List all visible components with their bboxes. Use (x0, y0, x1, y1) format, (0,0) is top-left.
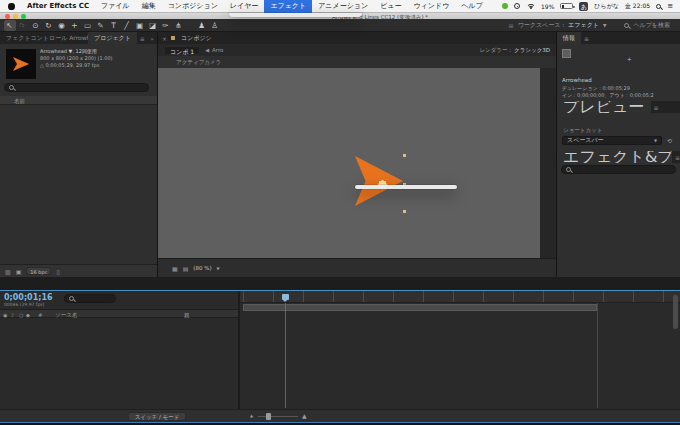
comp-tab-next[interactable]: Arro (212, 47, 223, 53)
tab-composition[interactable]: コンポジシ (175, 32, 218, 44)
eye-column-icon[interactable]: ◉ (3, 312, 7, 318)
timeline-search-input[interactable] (64, 294, 116, 303)
control-center-icon[interactable]: ≡ (667, 2, 673, 10)
tab-project[interactable]: プロジェクト (88, 32, 137, 44)
character-tool-alt[interactable]: ♙ (209, 20, 221, 31)
project-panel: フェクトコントロール Arrowhead プロジェクト ≡ » Arrowhea… (0, 32, 157, 277)
zoom-slider-thumb[interactable] (266, 413, 271, 420)
frame-info: 00046 (29.97 fps) (4, 302, 44, 307)
minimize-window-button[interactable] (13, 14, 18, 19)
zoom-window-button[interactable] (21, 14, 26, 19)
tool-strip-extra: ♟♙ (195, 20, 221, 31)
menubar-item-3[interactable]: コンポジション (162, 0, 224, 13)
renderer-value[interactable]: クラシック3D (514, 47, 550, 54)
close-panel-icon[interactable]: × (162, 35, 167, 42)
grid-options-icon[interactable]: ▤ (183, 265, 189, 272)
shape-tool[interactable]: ▭ (82, 20, 94, 31)
puppet-tool[interactable]: ⋔ (173, 20, 185, 31)
zoom-out-mountain-icon[interactable]: ▲ (250, 413, 253, 418)
eraser-tool[interactable]: ◪ (147, 20, 159, 31)
always-preview-icon[interactable]: ▦ (172, 265, 178, 272)
zoom-slider-track[interactable] (258, 416, 298, 417)
composition-viewer[interactable] (158, 68, 540, 258)
menubar-item-9[interactable]: ヘルプ (455, 0, 489, 13)
magnification-value[interactable]: (80 %) (193, 265, 211, 271)
pan-behind-tool[interactable]: + (69, 20, 81, 31)
column-header-name[interactable]: 名前 (14, 98, 25, 105)
tab-info[interactable]: 情報 (557, 32, 581, 44)
work-area-bar[interactable] (243, 304, 597, 311)
panel-menu-icon[interactable]: ≡ (584, 35, 589, 42)
menubar-item-2[interactable]: 編集 (136, 0, 162, 13)
ime-input-icon[interactable]: あ (579, 2, 588, 11)
effects-search-input[interactable] (561, 165, 676, 174)
status-green-icon[interactable] (502, 3, 508, 9)
character-tool[interactable]: ♟ (196, 20, 208, 31)
project-search-input[interactable] (4, 83, 149, 92)
pen-tool[interactable]: ✎ (95, 20, 107, 31)
solo-column-icon[interactable]: ○ (19, 312, 23, 318)
menubar-item-4[interactable]: レイヤー (224, 0, 265, 13)
line-tool[interactable]: ╱ (121, 20, 133, 31)
type-tool[interactable]: T (108, 20, 120, 31)
playhead-line (285, 303, 286, 408)
tab-effect-controls[interactable]: フェクトコントロール Arrowhead (0, 32, 88, 44)
help-search[interactable]: ヘルプを検索 (624, 21, 670, 30)
timeline-panel: 0;00;01;16 00046 (29.97 fps) ◉ ♪ ○ ◆ # ソ… (0, 290, 680, 423)
panel-menu-icon[interactable]: ≡ (140, 35, 145, 42)
zoom-in-mountain-icon[interactable]: ▲ (302, 412, 307, 419)
tab-effects-presets[interactable]: エフェクト&プリセット (557, 151, 672, 163)
bit-depth-button[interactable]: 16 bpc (26, 267, 51, 275)
workspace-switcher[interactable]: ⊞ ワークスペース : エフェクト ▼ (509, 21, 607, 30)
timeline-bottom-bar: スイッチ / モード ▲ ▲ (0, 409, 680, 422)
vertical-scrollbar[interactable] (673, 295, 678, 329)
menubar-item-5[interactable]: エフェクト (264, 0, 312, 13)
tab-preview[interactable]: プレビュー (557, 101, 651, 113)
reset-icon[interactable]: ⟲ (667, 137, 672, 144)
stamp-tool[interactable]: ▣ (134, 20, 146, 31)
menubar-item-8[interactable]: ウィンドウ (407, 0, 455, 13)
tab-nav-icon[interactable]: ◀ (205, 47, 209, 53)
info-duration: デュレーション : 0:00:05;29 (562, 85, 630, 91)
new-folder-icon[interactable]: ▣ (16, 268, 22, 275)
project-preview-thumbnail (6, 49, 36, 79)
project-tree (0, 106, 157, 254)
zoom-tool[interactable]: ⊙ (30, 20, 42, 31)
menubar-item-6[interactable]: アニメーション (312, 0, 374, 13)
status-record-icon[interactable] (514, 3, 520, 9)
spotlight-icon[interactable] (656, 4, 661, 9)
hand-tool[interactable]: ☞ (17, 20, 29, 31)
playhead-marker[interactable] (282, 294, 289, 300)
search-icon (624, 23, 629, 28)
lock-column-icon[interactable]: ◆ (26, 312, 30, 318)
menubar-item-7[interactable]: ビュー (374, 0, 407, 13)
interpret-footage-icon[interactable]: ▥ (5, 268, 11, 275)
selection-tool[interactable]: ↖ (4, 20, 16, 31)
composition-panel: × コンポジシ コンポ 1 ◀ Arro レンダラー : クラシック3D アクテ… (158, 32, 556, 277)
current-time-display[interactable]: 0;00;01;16 (4, 293, 53, 302)
audio-column-icon[interactable]: ♪ (11, 312, 14, 318)
view-camera-label[interactable]: アクティブカメラ (176, 59, 221, 66)
menu-bar-clock[interactable]: 金 22:05 (625, 2, 650, 11)
trash-icon[interactable]: ▯ (56, 268, 59, 275)
wifi-icon[interactable] (526, 3, 535, 10)
selection-handle[interactable] (403, 210, 406, 213)
selection-handle[interactable] (403, 154, 406, 157)
shortcut-dropdown[interactable]: スペースバー ▼ (562, 136, 662, 145)
menubar-item-0[interactable]: After Effects CC (21, 0, 95, 13)
brush-tool[interactable]: ✑ (160, 20, 172, 31)
comp-bottom-bar: ▦ ▤ (80 %) ▼ (158, 258, 556, 277)
switches-modes-button[interactable]: スイッチ / モード (128, 412, 186, 421)
close-window-button[interactable] (5, 14, 10, 19)
label-column-header[interactable]: # (38, 312, 43, 318)
apple-menu-icon[interactable] (8, 3, 15, 10)
arrowhead-thumb-icon (13, 57, 29, 71)
tab-overflow-icon[interactable]: » (150, 35, 154, 42)
menubar-item-1[interactable]: ファイル (95, 0, 136, 13)
comp-tab-comp1[interactable]: コンポ 1 (164, 46, 200, 55)
chevron-down-icon[interactable]: ▼ (217, 266, 220, 271)
battery-percent: 19% (541, 3, 554, 10)
camera-tool[interactable]: ◉ (56, 20, 68, 31)
rotation-tool[interactable]: ↻ (43, 20, 55, 31)
macos-menu-bar: After Effects CCファイル編集コンポジションレイヤーエフェクトアニ… (0, 0, 680, 13)
